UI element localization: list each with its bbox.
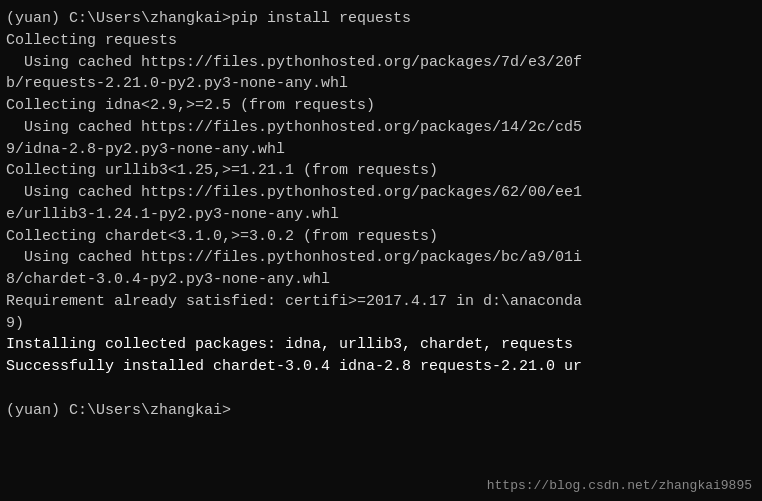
line-1: (yuan) C:\Users\zhangkai>pip install req… [6, 8, 756, 30]
line-8: Collecting urllib3<1.25,>=1.21.1 (from r… [6, 160, 756, 182]
line-15: 9) [6, 313, 756, 335]
line-9: Using cached https://files.pythonhosted.… [6, 182, 756, 204]
terminal-window: (yuan) C:\Users\zhangkai>pip install req… [0, 0, 762, 501]
terminal-content: (yuan) C:\Users\zhangkai>pip install req… [6, 8, 756, 421]
watermark: https://blog.csdn.net/zhangkai9895 [487, 478, 752, 493]
line-16: Installing collected packages: idna, url… [6, 334, 756, 356]
line-2: Collecting requests [6, 30, 756, 52]
line-7: 9/idna-2.8-py2.py3-none-any.whl [6, 139, 756, 161]
line-4: b/requests-2.21.0-py2.py3-none-any.whl [6, 73, 756, 95]
line-13: 8/chardet-3.0.4-py2.py3-none-any.whl [6, 269, 756, 291]
line-5: Collecting idna<2.9,>=2.5 (from requests… [6, 95, 756, 117]
line-14: Requirement already satisfied: certifi>=… [6, 291, 756, 313]
line-19: (yuan) C:\Users\zhangkai> [6, 400, 756, 422]
line-6: Using cached https://files.pythonhosted.… [6, 117, 756, 139]
line-11: Collecting chardet<3.1.0,>=3.0.2 (from r… [6, 226, 756, 248]
line-3: Using cached https://files.pythonhosted.… [6, 52, 756, 74]
line-10: e/urllib3-1.24.1-py2.py3-none-any.whl [6, 204, 756, 226]
line-12: Using cached https://files.pythonhosted.… [6, 247, 756, 269]
line-17: Successfully installed chardet-3.0.4 idn… [6, 356, 756, 378]
line-18 [6, 378, 756, 400]
